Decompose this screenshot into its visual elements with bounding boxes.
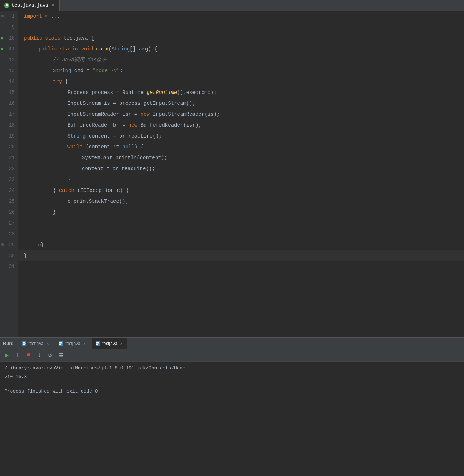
code-line-14: try { xyxy=(18,76,464,87)
run-tab-2-close[interactable]: × xyxy=(82,341,87,346)
console-path-line: /Library/Java/JavaVirtualMachines/jdk1.8… xyxy=(4,364,460,373)
code-line-21: System.out.println(content); xyxy=(18,152,464,163)
code-line-30: } xyxy=(18,250,464,261)
run-button-10[interactable]: ▶ xyxy=(1,33,4,44)
code-line-13: String cmd = "node -v"; xyxy=(18,65,464,76)
code-line-extra-2 xyxy=(18,283,464,294)
line-29: ⊟ 29 xyxy=(0,239,18,250)
tab-file-icon: G xyxy=(4,3,9,8)
line-14: 14 xyxy=(0,76,18,87)
console-output: /Library/Java/JavaVirtualMachines/jdk1.8… xyxy=(0,362,464,476)
code-line-12: // Java调用 dos命令 xyxy=(18,54,464,65)
svg-rect-9 xyxy=(96,342,99,343)
line-15: 15 xyxy=(0,87,18,98)
code-line-26: } xyxy=(18,207,464,218)
console-version-line: v10.15.3 xyxy=(4,373,460,381)
line-28: 28 xyxy=(0,229,18,239)
code-line-11: public static void main(String[] arg) { xyxy=(18,44,464,54)
line-11: ▶ ⊟ 11 xyxy=(0,44,18,54)
svg-rect-5 xyxy=(59,342,62,343)
rerun-button[interactable]: ⟳ xyxy=(46,350,55,360)
line-1: ⊞ 1 xyxy=(0,11,18,22)
code-editor[interactable]: import ⊞ ... public class testjava { pub… xyxy=(18,11,464,337)
tab-filename: testjava.java xyxy=(12,3,48,8)
svg-rect-10 xyxy=(96,343,99,344)
line-16: 16 xyxy=(0,98,18,109)
run-tab-3-name: testjava xyxy=(102,341,117,346)
run-tab-2[interactable]: testjava × xyxy=(55,338,90,349)
code-line-31 xyxy=(18,261,464,272)
code-line-16: InputStream is = process.getInputStream(… xyxy=(18,98,464,109)
tab-close-button[interactable]: × xyxy=(50,3,55,8)
code-line-28 xyxy=(18,229,464,239)
play-button[interactable]: ▶ xyxy=(2,350,12,360)
run-tab-2-name: testjava xyxy=(65,341,80,346)
code-line-extra-1 xyxy=(18,272,464,283)
run-button-11[interactable]: ▶ xyxy=(1,44,4,54)
run-tab-3[interactable]: testjava × xyxy=(92,338,127,349)
line-31: 31 xyxy=(0,261,18,272)
run-tab-1-name: testjava xyxy=(29,341,44,346)
code-line-25: e.printStackTrace(); xyxy=(18,196,464,207)
run-tab-3-close[interactable]: × xyxy=(119,341,124,346)
scroll-down-button[interactable]: ↓ xyxy=(35,350,44,360)
line-21: 21 xyxy=(0,152,18,163)
line-12: 12 xyxy=(0,54,18,65)
run-label: Run: xyxy=(3,341,14,346)
line-30: 30 xyxy=(0,250,18,261)
tab-testjava[interactable]: G testjava.java × xyxy=(0,0,60,11)
run-tab-3-icon xyxy=(95,341,100,346)
code-line-10: public class testjava { xyxy=(18,33,464,44)
line-27: 27 xyxy=(0,218,18,229)
code-line-24: } catch (IOException e) { xyxy=(18,185,464,196)
code-line-15: Process process = Runtime.getRuntime().e… xyxy=(18,87,464,98)
tab-bar: G testjava.java × xyxy=(0,0,464,11)
svg-rect-1 xyxy=(23,342,25,343)
svg-rect-2 xyxy=(23,343,26,344)
svg-rect-6 xyxy=(59,343,62,344)
run-tab-2-icon xyxy=(58,341,63,346)
scroll-up-button[interactable]: ↑ xyxy=(13,350,22,360)
line-24: 24 xyxy=(0,185,18,196)
line-18: 18 xyxy=(0,120,18,131)
fold-icon-1[interactable]: ⊞ xyxy=(1,11,4,22)
settings-button[interactable]: ☰ xyxy=(57,350,66,360)
run-tabs-bar: Run: testjava × xyxy=(0,338,464,349)
line-17: 17 xyxy=(0,109,18,120)
line-23: 23 xyxy=(0,174,18,185)
line-25: 25 xyxy=(0,196,18,207)
line-26: 26 xyxy=(0,207,18,218)
run-tab-1[interactable]: testjava × xyxy=(18,338,54,349)
svg-rect-3 xyxy=(23,344,25,345)
fold-icon-29[interactable]: ⊟ xyxy=(1,239,4,250)
run-tab-1-icon xyxy=(22,341,27,346)
code-line-29: ⊟} xyxy=(18,239,464,250)
line-20: 20 xyxy=(0,141,18,152)
code-line-9 xyxy=(18,22,464,33)
code-line-22: content = br.readLine(); xyxy=(18,163,464,174)
line-22: 22 xyxy=(0,163,18,174)
code-line-20: while (content != null) { xyxy=(18,141,464,152)
code-line-19: String content = br.readLine(); xyxy=(18,131,464,141)
code-line-extra-3 xyxy=(18,294,464,305)
code-line-1: import ⊞ ... xyxy=(18,11,464,22)
svg-rect-11 xyxy=(96,344,98,345)
code-line-extra-6 xyxy=(18,327,464,337)
stop-button[interactable]: ■ xyxy=(24,350,33,360)
line-numbers-gutter: ⊞ 1 9 ▶ 10 ▶ ⊟ 11 12 13 14 15 16 17 18 1… xyxy=(0,11,18,337)
line-19: 19 xyxy=(0,131,18,141)
svg-rect-7 xyxy=(59,344,61,345)
code-line-27 xyxy=(18,218,464,229)
code-line-23: } xyxy=(18,174,464,185)
line-10: ▶ 10 xyxy=(0,33,18,44)
run-panel: Run: testjava × xyxy=(0,337,464,476)
code-line-extra-4 xyxy=(18,305,464,316)
editor-container: ⊞ 1 9 ▶ 10 ▶ ⊟ 11 12 13 14 15 16 17 18 1… xyxy=(0,11,464,337)
console-finished-line: Process finished with exit code 0 xyxy=(4,387,460,396)
line-9: 9 xyxy=(0,22,18,33)
code-line-18: BufferedReader br = new BufferedReader(i… xyxy=(18,120,464,131)
code-line-extra-5 xyxy=(18,316,464,327)
line-13: 13 xyxy=(0,65,18,76)
run-toolbar: ▶ ↑ ■ ↓ ⟳ ☰ xyxy=(0,349,464,362)
run-tab-1-close[interactable]: × xyxy=(45,341,50,346)
